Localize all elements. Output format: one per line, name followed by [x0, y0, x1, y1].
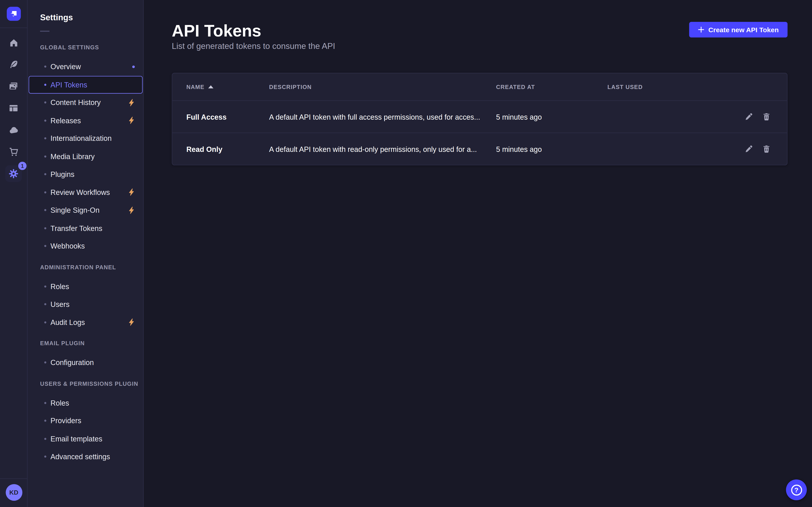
sidebar-item[interactable]: Audit Logs — [28, 313, 143, 331]
content-manager-feather-icon[interactable] — [5, 56, 22, 73]
sidebar-section-items: Roles Providers Email templates Advanced… — [28, 394, 143, 465]
page-title: API Tokens — [172, 21, 336, 41]
sidebar-item-label: Roles — [51, 399, 135, 407]
token-created-at: 5 minutes ago — [496, 145, 607, 153]
user-avatar[interactable]: KD — [5, 484, 22, 501]
app-window: 1 KD Settings GLOBAL SETTINGS Overview A… — [0, 0, 812, 507]
page-header: API Tokens List of generated tokens to c… — [172, 21, 788, 51]
bullet-icon — [44, 321, 46, 323]
media-library-images-icon[interactable] — [5, 78, 22, 95]
bullet-icon — [44, 420, 46, 422]
edit-pencil-icon[interactable] — [742, 142, 755, 156]
sidebar-section: ADMINISTRATION PANEL Roles Users Audit L… — [28, 262, 143, 331]
sidebar-item[interactable]: Single Sign-On — [28, 201, 143, 219]
sidebar-item[interactable]: Review Workflows — [28, 183, 143, 201]
sidebar-item[interactable]: Roles — [28, 394, 143, 412]
column-header-last-used[interactable]: Last used — [607, 84, 728, 90]
row-actions — [728, 142, 773, 156]
edit-pencil-icon[interactable] — [742, 110, 755, 123]
content-type-builder-layout-icon[interactable] — [5, 100, 22, 116]
bullet-icon — [44, 303, 46, 305]
delete-trash-icon[interactable] — [759, 142, 773, 156]
settings-notification-badge: 1 — [18, 162, 27, 170]
rail-nav-icons: 1 — [5, 34, 22, 182]
sidebar-item[interactable]: Webhooks — [28, 237, 143, 255]
sidebar-section-label: GLOBAL SETTINGS — [28, 42, 143, 53]
home-icon[interactable] — [5, 34, 22, 51]
bullet-icon — [44, 402, 46, 404]
sidebar-item[interactable]: Configuration — [28, 353, 143, 372]
sidebar-item-label: Users — [51, 300, 135, 308]
rail-divider-bottom — [0, 478, 28, 479]
main-content: API Tokens List of generated tokens to c… — [144, 0, 812, 507]
page-header-text: API Tokens List of generated tokens to c… — [172, 21, 336, 51]
bullet-icon — [44, 137, 46, 139]
bullet-icon — [44, 456, 46, 458]
sidebar-item-label: Review Workflows — [51, 188, 128, 196]
sidebar-item-label: API Tokens — [51, 80, 135, 89]
table-row[interactable]: Full Access A default API token with ful… — [172, 100, 787, 132]
sidebar-item-label: Providers — [51, 417, 135, 425]
page-subtitle: List of generated tokens to consume the … — [172, 41, 336, 51]
create-api-token-button[interactable]: Create new API Token — [689, 22, 788, 38]
rail-divider-top — [0, 27, 27, 28]
sidebar-item-label: Configuration — [51, 358, 135, 367]
token-created-at: 5 minutes ago — [496, 113, 607, 121]
token-name: Full Access — [186, 113, 269, 121]
sidebar-item[interactable]: Internationalization — [28, 129, 143, 148]
bullet-icon — [44, 227, 46, 229]
bullet-icon — [44, 83, 46, 86]
sidebar-item[interactable]: Advanced settings — [28, 448, 143, 466]
settings-gear-icon[interactable]: 1 — [5, 165, 22, 182]
api-tokens-table: Name Description Created at Last used Fu… — [172, 73, 788, 165]
main-nav-rail: 1 KD — [0, 0, 28, 507]
table-header-row: Name Description Created at Last used — [172, 73, 787, 100]
table-row[interactable]: Read Only A default API token with read-… — [172, 132, 787, 165]
token-name: Read Only — [186, 145, 269, 153]
sidebar-item-label: Single Sign-On — [51, 206, 128, 214]
plus-icon — [698, 26, 704, 33]
premium-lightning-icon — [128, 207, 135, 214]
sidebar-section-items: Roles Users Audit Logs — [28, 277, 143, 331]
sidebar-item-label: Email templates — [51, 435, 135, 443]
sidebar-item[interactable]: Transfer Tokens — [28, 219, 143, 237]
sidebar-item[interactable]: Plugins — [28, 165, 143, 183]
delete-trash-icon[interactable] — [759, 110, 773, 123]
token-description: A default API token with read-only permi… — [269, 145, 496, 153]
column-header-description[interactable]: Description — [269, 84, 496, 90]
sidebar-item[interactable]: Media Library — [28, 147, 143, 165]
marketplace-cart-icon[interactable] — [5, 144, 22, 160]
premium-lightning-icon — [128, 319, 135, 326]
column-header-created-at[interactable]: Created at — [496, 84, 607, 90]
token-description: A default API token with full access per… — [269, 113, 496, 121]
help-button[interactable]: ? — [786, 480, 807, 500]
strapi-logo-glyph — [9, 9, 18, 18]
sidebar-item-label: Transfer Tokens — [51, 224, 135, 232]
sidebar-item-label: Advanced settings — [51, 452, 135, 461]
rail-bottom: KD — [0, 478, 28, 507]
sidebar-item[interactable]: Content History — [28, 94, 143, 112]
sidebar-item[interactable]: Overview — [28, 58, 143, 76]
sidebar-item[interactable]: Users — [28, 295, 143, 314]
sidebar-item[interactable]: Email templates — [28, 430, 143, 448]
deploy-cloud-icon[interactable] — [5, 122, 22, 138]
sidebar-section-label: USERS & PERMISSIONS PLUGIN — [28, 378, 143, 389]
bullet-icon — [44, 66, 46, 68]
bullet-icon — [44, 438, 46, 440]
strapi-logo[interactable] — [6, 7, 20, 21]
sort-ascending-icon — [208, 85, 213, 88]
sidebar-item[interactable]: Releases — [28, 112, 143, 129]
sidebar-section: EMAIL PLUGIN Configuration — [28, 338, 143, 372]
sidebar-item[interactable]: API Tokens — [29, 76, 143, 94]
bullet-icon — [44, 209, 46, 211]
sidebar-item[interactable]: Providers — [28, 412, 143, 430]
column-header-name[interactable]: Name — [186, 84, 269, 90]
bullet-icon — [44, 119, 46, 121]
sidebar-section-items: Overview API Tokens Content History Rele… — [28, 58, 143, 255]
sidebar-sections: GLOBAL SETTINGS Overview API Tokens Cont… — [28, 32, 143, 466]
sidebar-section-items: Configuration — [28, 353, 143, 372]
question-mark-icon: ? — [791, 485, 802, 495]
settings-sidebar: Settings GLOBAL SETTINGS Overview API To… — [28, 0, 144, 507]
sidebar-item[interactable]: Roles — [28, 277, 143, 295]
sidebar-item-label: Audit Logs — [51, 318, 128, 327]
